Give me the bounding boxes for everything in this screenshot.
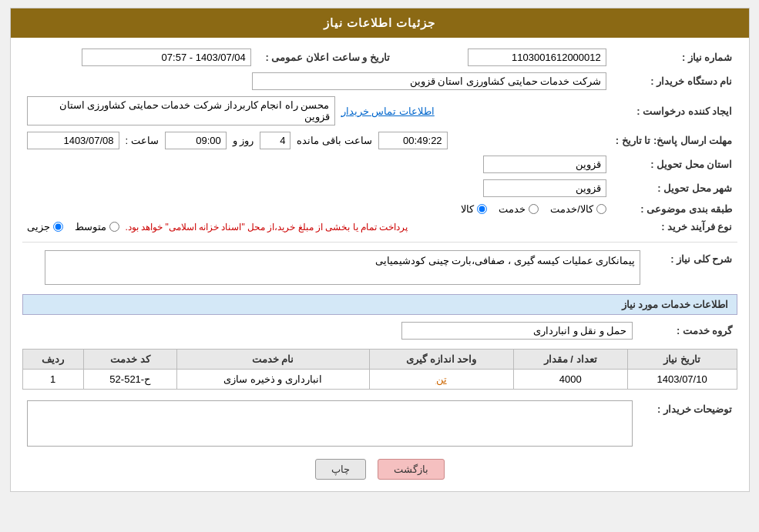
radio-kala-item[interactable]: کالا — [461, 203, 487, 215]
contact-link[interactable]: اطلاعات تماس خریدار — [341, 105, 435, 117]
response-deadline-label: مهلت ارسال پاسخ: تا تاریخ : — [611, 129, 737, 152]
unit-link[interactable]: تن — [436, 373, 447, 385]
radio-kala-khedmat-label: کالا/خدمت — [550, 203, 593, 215]
need-number-label: شماره نیاز : — [611, 45, 737, 69]
buttons-row: بازگشت چاپ — [22, 459, 737, 480]
col-name: نام خدمت — [176, 350, 369, 370]
col-code: کد خدمت — [83, 350, 176, 370]
response-time-label: ساعت : — [126, 135, 159, 146]
page-header: جزئیات اطلاعات نیاز — [11, 8, 749, 38]
cell-unit: تن — [369, 370, 513, 390]
radio-motevaset[interactable] — [109, 222, 119, 232]
province-label: استان محل تحویل : — [611, 152, 737, 176]
table-row: 1403/07/104000تنانبارداری و ذخیره سازیح-… — [22, 370, 737, 390]
radio-motevaset-item[interactable]: متوسط — [75, 221, 119, 233]
province-value: قزوین — [483, 156, 606, 173]
city-label: شهر محل تحویل : — [611, 176, 737, 200]
cell-row: 1 — [22, 370, 83, 390]
radio-jozi-label: جزیی — [27, 221, 50, 233]
description-value: پیمانکاری عملیات کیسه گیری ، صفافی،بارت … — [45, 250, 640, 285]
radio-jozi-item[interactable]: جزیی — [27, 221, 63, 233]
response-days-label: روز و — [233, 135, 254, 146]
purchase-type-radio-group: متوسط جزیی — [27, 221, 119, 233]
radio-kala-label: کالا — [461, 203, 474, 215]
service-group-label: گروه خدمت : — [637, 319, 737, 343]
cell-code: ح-521-52 — [83, 370, 176, 390]
col-quantity: تعداد / مقدار — [513, 350, 627, 370]
buyer-notes-label: توضیحات خریدار : — [637, 397, 737, 450]
creator-label: ایجاد کننده درخواست : — [611, 93, 737, 129]
page-title: جزئیات اطلاعات نیاز — [324, 16, 435, 29]
col-row: ردیف — [22, 350, 83, 370]
col-unit: واحد اندازه گیری — [369, 350, 513, 370]
announce-date-label: تاریخ و ساعت اعلان عمومی : — [256, 45, 395, 69]
cell-date: 1403/07/10 — [627, 370, 737, 390]
buyer-notes-value — [27, 400, 633, 447]
radio-kala-khedmat-item[interactable]: کالا/خدمت — [550, 203, 606, 215]
creator-value: محسن راه انجام کاربرداز شرکت خدمات حمایت… — [27, 96, 335, 125]
radio-motevaset-label: متوسط — [75, 221, 106, 233]
city-value: قزوین — [483, 179, 606, 197]
need-number-value: 1103001612000012 — [468, 49, 606, 66]
requester-org-value: شرکت خدمات حمایتی کشاورزی استان قزوین — [252, 72, 606, 90]
cell-name: انبارداری و ذخیره سازی — [176, 370, 369, 390]
purchase-type-label: نوع فرآیند خرید : — [611, 218, 737, 236]
requester-org-label: نام دستگاه خریدار : — [611, 69, 737, 93]
back-button[interactable]: بازگشت — [378, 459, 445, 480]
response-time-value: 09:00 — [165, 132, 227, 149]
services-section-header: اطلاعات خدمات مورد نیاز — [22, 294, 737, 315]
category-radio-group: کالا/خدمت خدمت کالا — [27, 203, 606, 215]
purchase-note: پرداخت تمام یا بخشی از مبلغ خرید،از محل … — [126, 222, 408, 233]
radio-khedmat[interactable] — [529, 204, 539, 214]
services-table: تاریخ نیاز تعداد / مقدار واحد اندازه گیر… — [22, 349, 737, 390]
radio-khedmat-item[interactable]: خدمت — [499, 203, 539, 215]
radio-kala[interactable] — [477, 204, 487, 214]
category-label: طبقه بندی موضوعی : — [611, 200, 737, 218]
response-remaining-value: 00:49:22 — [378, 132, 448, 149]
service-group-value: حمل و نقل و انبارداری — [401, 322, 633, 340]
cell-quantity: 4000 — [513, 370, 627, 390]
col-date: تاریخ نیاز — [627, 350, 737, 370]
response-remaining-label: ساعت باقی مانده — [297, 135, 371, 146]
radio-jozi[interactable] — [53, 222, 63, 232]
response-date-value: 1403/07/08 — [27, 132, 119, 149]
radio-kala-khedmat[interactable] — [596, 204, 606, 214]
radio-khedmat-label: خدمت — [499, 203, 526, 215]
description-label: شرح کلی نیاز : — [645, 247, 737, 288]
response-days-value: 4 — [260, 132, 291, 149]
announce-date-value: 1403/07/04 - 07:57 — [82, 49, 251, 66]
print-button[interactable]: چاپ — [315, 459, 366, 480]
